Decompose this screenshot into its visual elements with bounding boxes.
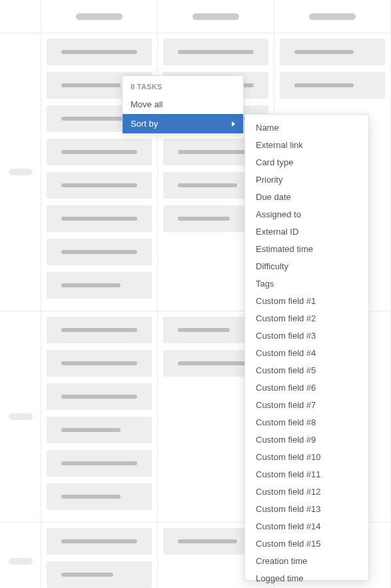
context-menu-item-label: Sort by [131,119,158,129]
card-placeholder-line [178,150,254,154]
sort-option-custom-field-6[interactable]: Custom field #6 [245,379,368,396]
kanban-card[interactable] [47,450,152,477]
sort-option-custom-field-2[interactable]: Custom field #2 [245,309,368,327]
kanban-card[interactable] [47,205,152,232]
kanban-card[interactable] [280,72,385,99]
row-label-placeholder [9,558,33,565]
sort-option-custom-field-12[interactable]: Custom field #12 [245,483,368,500]
card-placeholder-line [61,150,137,154]
sort-option-custom-field-11[interactable]: Custom field #11 [245,465,368,483]
context-menu[interactable]: 8 TASKS Move allSort by [122,75,244,134]
context-menu-item-sort-by[interactable]: Sort by [123,114,243,133]
kanban-card[interactable] [47,528,152,555]
sort-option-custom-field-15[interactable]: Custom field #15 [245,535,368,552]
card-placeholder-line [178,50,254,54]
sort-option-tags[interactable]: Tags [245,275,368,292]
sort-option-due-date[interactable]: Due date [245,188,368,205]
sort-option-custom-field-1[interactable]: Custom field #1 [245,292,368,309]
card-placeholder-line [61,83,121,87]
kanban-card[interactable] [47,139,152,165]
card-placeholder-line [61,495,121,499]
kanban-card[interactable] [47,561,152,588]
sort-option-custom-field-9[interactable]: Custom field #9 [245,431,368,448]
column-header-placeholder [193,13,239,20]
sort-option-custom-field-4[interactable]: Custom field #4 [245,344,368,361]
sort-option-custom-field-7[interactable]: Custom field #7 [245,396,368,413]
header-corner [0,0,41,33]
card-placeholder-line [61,328,137,332]
card-placeholder-line [178,361,254,365]
column-header[interactable] [158,0,274,33]
card-placeholder-line [61,395,137,399]
board-cell[interactable] [41,523,158,588]
column-header[interactable] [274,0,391,33]
sort-option-custom-field-13[interactable]: Custom field #13 [245,500,368,517]
context-menu-item-move-all[interactable]: Move all [123,95,243,114]
board-cell[interactable] [41,311,158,523]
column-header-placeholder [309,13,356,20]
card-placeholder-line [61,573,113,577]
column-header[interactable] [41,0,158,33]
row-label[interactable] [0,33,41,311]
kanban-card[interactable] [47,317,152,343]
context-menu-header: 8 TASKS [123,76,243,95]
sort-option-card-type[interactable]: Card type [245,153,368,171]
row-label-placeholder [9,169,33,175]
card-placeholder-line [61,361,137,365]
kanban-card[interactable] [47,350,152,377]
card-placeholder-line [61,283,121,287]
sort-option-name[interactable]: Name [245,119,368,136]
card-placeholder-line [61,461,137,465]
card-placeholder-line [61,183,137,187]
card-placeholder-line [61,250,137,254]
kanban-card[interactable] [47,172,152,199]
sort-option-custom-field-8[interactable]: Custom field #8 [245,413,368,431]
kanban-card[interactable] [47,483,152,510]
chevron-right-icon [232,121,235,127]
kanban-card[interactable] [280,39,385,65]
card-placeholder-line [61,428,121,432]
row-label[interactable] [0,311,41,523]
card-placeholder-line [294,83,354,87]
kanban-card[interactable] [163,39,268,65]
kanban-card[interactable] [47,239,152,265]
context-menu-item-label: Move all [131,99,163,109]
card-placeholder-line [178,183,237,187]
card-placeholder-line [61,539,137,543]
card-placeholder-line [178,217,230,221]
sort-option-logged-time[interactable]: Logged time [245,569,368,587]
column-header-placeholder [76,13,123,20]
sort-option-assigned-to[interactable]: Assigned to [245,205,368,223]
sort-by-submenu[interactable]: NameExternal linkCard typePriorityDue da… [244,114,369,581]
sort-option-difficulty[interactable]: Difficulty [245,257,368,275]
sort-option-creation-time[interactable]: Creation time [245,552,368,569]
sort-option-custom-field-10[interactable]: Custom field #10 [245,448,368,465]
sort-option-custom-field-3[interactable]: Custom field #3 [245,327,368,344]
kanban-card[interactable] [47,272,152,299]
sort-option-external-link[interactable]: External link [245,136,368,153]
row-label[interactable] [0,523,41,588]
card-placeholder-line [294,50,354,54]
kanban-card[interactable] [47,383,152,410]
card-placeholder-line [61,217,137,221]
sort-option-priority[interactable]: Priority [245,171,368,188]
sort-option-custom-field-5[interactable]: Custom field #5 [245,361,368,379]
kanban-card[interactable] [47,417,152,443]
card-placeholder-line [178,328,230,332]
sort-option-custom-field-14[interactable]: Custom field #14 [245,517,368,535]
card-placeholder-line [61,50,137,54]
kanban-card[interactable] [47,39,152,65]
row-label-placeholder [9,413,33,420]
sort-option-external-id[interactable]: External ID [245,223,368,240]
card-placeholder-line [178,539,237,543]
sort-option-estimated-time[interactable]: Estimated time [245,240,368,257]
